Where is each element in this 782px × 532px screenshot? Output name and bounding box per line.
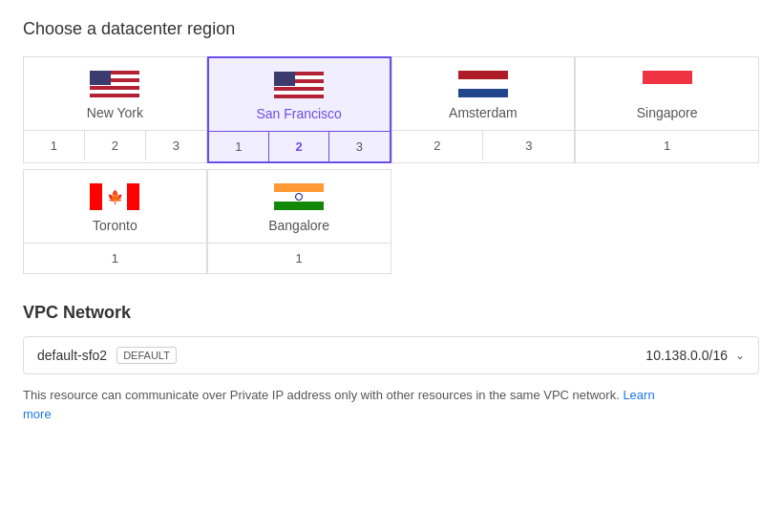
page-title: Choose a datacenter region xyxy=(23,19,759,39)
region-options-new-york: 1 2 3 xyxy=(24,130,206,160)
ashoka-chakra-icon xyxy=(295,193,303,201)
region-option-ny-3[interactable]: 3 xyxy=(146,131,206,160)
region-options-toronto: 1 xyxy=(24,243,206,273)
region-top-amsterdam: Amsterdam xyxy=(392,57,575,130)
region-name-singapore: Singapore xyxy=(637,105,698,120)
vpc-name: default-sfo2 xyxy=(37,348,107,363)
region-card-toronto[interactable]: 🍁 Toronto 1 xyxy=(23,169,207,274)
region-top-new-york: New York xyxy=(24,57,206,130)
region-option-tor-1[interactable]: 1 xyxy=(24,244,206,273)
region-options-singapore: 1 xyxy=(576,130,758,160)
region-card-new-york[interactable]: New York 1 2 3 xyxy=(23,56,207,163)
region-name-bangalore: Bangalore xyxy=(268,218,329,233)
flag-nl-amsterdam xyxy=(458,71,508,97)
region-options-bangalore: 1 xyxy=(208,243,391,273)
flag-in-bangalore xyxy=(274,183,324,210)
vpc-section-title: VPC Network xyxy=(23,303,759,323)
region-name-toronto: Toronto xyxy=(93,218,137,233)
regions-row2: 🍁 Toronto 1 Bangalore 1 xyxy=(23,169,759,274)
flag-usa-sf xyxy=(274,72,324,98)
vpc-note-text: This resource can communicate over Priva… xyxy=(23,388,620,402)
region-option-sf-1[interactable]: 1 xyxy=(209,132,269,161)
region-option-blr-1[interactable]: 1 xyxy=(208,244,391,273)
region-card-san-francisco[interactable]: San Francisco 1 2 3 xyxy=(207,56,391,163)
flag-ca-toronto: 🍁 xyxy=(90,183,139,210)
vpc-dropdown[interactable]: default-sfo2 DEFAULT 10.138.0.0/16 ⌄ xyxy=(23,336,759,374)
regions-row1: New York 1 2 3 San Francisco 1 2 3 xyxy=(23,56,759,163)
region-card-amsterdam[interactable]: Amsterdam 2 3 xyxy=(391,56,576,163)
region-top-singapore: Singapore xyxy=(576,57,758,130)
region-top-bangalore: Bangalore xyxy=(208,170,391,243)
region-name-new-york: New York xyxy=(87,105,143,120)
region-card-singapore[interactable]: Singapore 1 xyxy=(575,56,759,163)
region-options-san-francisco: 1 2 3 xyxy=(209,131,390,161)
region-name-san-francisco: San Francisco xyxy=(256,106,341,121)
region-option-sg-1[interactable]: 1 xyxy=(576,131,758,160)
vpc-ip: 10.138.0.0/16 xyxy=(645,348,728,363)
chevron-down-icon: ⌄ xyxy=(735,349,745,362)
maple-leaf-icon: 🍁 xyxy=(107,190,123,203)
region-top-san-francisco: San Francisco xyxy=(209,58,390,131)
flag-sg-singapore xyxy=(643,71,692,97)
vpc-section: VPC Network default-sfo2 DEFAULT 10.138.… xyxy=(23,303,759,423)
region-name-amsterdam: Amsterdam xyxy=(449,105,518,120)
region-card-bangalore[interactable]: Bangalore 1 xyxy=(207,169,391,274)
region-top-toronto: 🍁 Toronto xyxy=(24,170,206,243)
region-option-ny-2[interactable]: 2 xyxy=(85,131,146,160)
vpc-note: This resource can communicate over Priva… xyxy=(23,386,672,423)
region-option-sf-2[interactable]: 2 xyxy=(269,132,329,161)
region-option-ny-1[interactable]: 1 xyxy=(24,131,85,160)
flag-usa-newyork xyxy=(90,71,139,97)
region-option-ams-2[interactable]: 2 xyxy=(392,131,484,160)
region-options-amsterdam: 2 3 xyxy=(392,130,575,160)
vpc-default-badge: DEFAULT xyxy=(116,347,177,364)
region-option-sf-3[interactable]: 3 xyxy=(329,132,389,161)
region-option-ams-3[interactable]: 3 xyxy=(483,131,574,160)
